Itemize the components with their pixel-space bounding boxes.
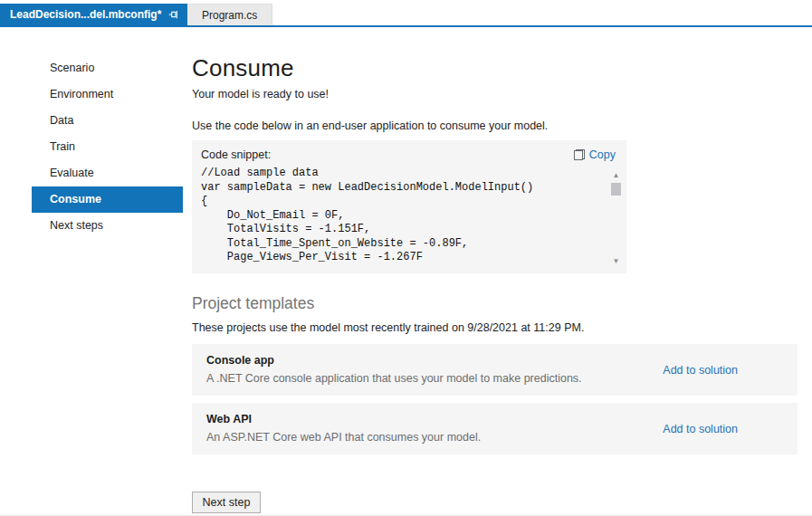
pin-icon[interactable] [168, 9, 179, 20]
consume-page: Consume Your model is ready to use! Use … [192, 45, 798, 513]
sidebar-item-scenario[interactable]: Scenario [32, 55, 183, 81]
code-line: Page_Views_Per_Visit = -1.267F [201, 251, 626, 265]
trained-note: These projects use the model most recent… [192, 321, 798, 334]
scroll-up-icon[interactable]: ▲ [613, 171, 620, 180]
consume-instruction: Use the code below in an end-user applic… [192, 119, 798, 132]
tab-program-cs[interactable]: Program.cs [187, 4, 272, 25]
tab-label: LeadDecision...del.mbconfig* [10, 8, 161, 21]
code-scrollbar[interactable]: ▲ ▼ [610, 171, 622, 266]
copy-icon [574, 149, 585, 160]
add-to-solution-link-webapi[interactable]: Add to solution [663, 423, 738, 435]
copy-button[interactable]: Copy [574, 148, 616, 161]
active-tab-underline [0, 25, 812, 27]
project-templates-heading: Project templates [192, 294, 798, 313]
code-line: TotalVisits = -1.151F, [201, 223, 626, 237]
code-line: Do_Not_Email = 0F, [201, 209, 626, 224]
model-builder-window: LeadDecision...del.mbconfig* ✕ Program.c… [0, 0, 812, 516]
code-snippet-label: Code snippet: [201, 148, 271, 161]
sidebar-nav: Scenario Environment Data Train Evaluate… [0, 55, 183, 239]
code-snippet[interactable]: //Load sample datavar sampleData = new L… [201, 167, 626, 265]
add-to-solution-link-console[interactable]: Add to solution [663, 364, 738, 377]
scroll-down-icon[interactable]: ▼ [613, 257, 620, 266]
page-subtitle: Your model is ready to use! [192, 88, 798, 100]
code-line: //Load sample data [201, 167, 626, 181]
tab-mbconfig[interactable]: LeadDecision...del.mbconfig* ✕ [0, 4, 187, 25]
template-card-console-app: Console app A .NET Core console applicat… [192, 344, 798, 396]
code-line: Total_Time_Spent_on_Website = -0.89F, [201, 237, 626, 252]
scroll-thumb[interactable] [611, 183, 621, 196]
template-card-web-api: Web API An ASP.NET Core web API that con… [192, 403, 798, 454]
code-line: var sampleData = new LeadDecisionModel.M… [201, 181, 626, 196]
sidebar-item-consume[interactable]: Consume [32, 186, 183, 213]
code-snippet-panel: Code snippet: Copy //Load sample datavar… [192, 140, 626, 273]
sidebar-item-data[interactable]: Data [32, 108, 183, 134]
tab-label: Program.cs [202, 9, 257, 22]
page-title: Consume [192, 54, 798, 81]
code-line: { [201, 195, 626, 209]
document-tab-bar: LeadDecision...del.mbconfig* ✕ Program.c… [0, 4, 812, 25]
code-panel-header: Code snippet: Copy [192, 140, 626, 161]
sidebar-item-environment[interactable]: Environment [32, 81, 183, 108]
sidebar-item-evaluate[interactable]: Evaluate [32, 160, 183, 186]
sidebar-item-next-steps[interactable]: Next steps [32, 213, 183, 239]
sidebar-item-train[interactable]: Train [32, 134, 183, 160]
next-step-button[interactable]: Next step [192, 492, 261, 513]
copy-button-label: Copy [589, 148, 616, 161]
